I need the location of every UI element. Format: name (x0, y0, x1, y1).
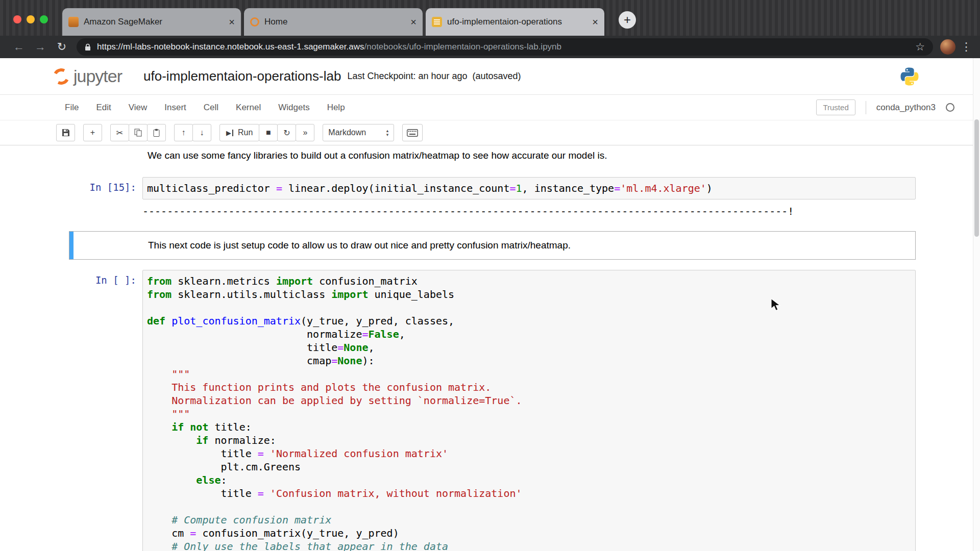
autosave-status: (autosaved) (473, 71, 521, 82)
run-icon: ▶ (226, 129, 231, 137)
interrupt-kernel-button[interactable]: ■ (259, 124, 278, 141)
move-cell-down-button[interactable]: ↓ (192, 124, 211, 141)
input-prompt: In [ ]: (69, 270, 142, 551)
close-tab-icon[interactable]: × (410, 17, 416, 27)
new-tab-button[interactable]: + (619, 11, 636, 29)
code-cell-pending: In [ ]: from sklearn.metrics import conf… (69, 270, 916, 551)
zoom-window-button[interactable] (40, 15, 48, 23)
notebook-menu-bar: File Edit View Insert Cell Kernel Widget… (0, 95, 973, 120)
browser-address-bar: ← → ↻ https://ml-labs-notebook-instance.… (0, 36, 980, 58)
forward-icon[interactable]: → (30, 40, 51, 54)
tab-amazon-sagemaker[interactable]: Amazon SageMaker × (62, 8, 241, 36)
profile-avatar[interactable] (940, 39, 955, 55)
jupyter-favicon-icon (250, 17, 259, 27)
trusted-badge[interactable]: Trusted (816, 99, 855, 115)
add-cell-button[interactable]: + (83, 124, 102, 141)
menu-edit[interactable]: Edit (87, 103, 119, 113)
cell-output-text: ----------------------------------------… (142, 205, 916, 218)
move-cell-up-button[interactable]: ↑ (174, 124, 193, 141)
jupyter-logo[interactable]: jupyter (53, 66, 122, 86)
kernel-name: conda_python3 (876, 103, 936, 113)
browser-tab-strip: Amazon SageMaker × Home × ufo-implementa… (0, 0, 980, 36)
markdown-cell-text: This next code is just setup code to all… (148, 232, 915, 259)
browser-window: Amazon SageMaker × Home × ufo-implementa… (0, 0, 980, 551)
markdown-cell-selected[interactable]: This next code is just setup code to all… (69, 231, 916, 260)
close-tab-icon[interactable]: × (592, 17, 598, 27)
tab-label: Home (264, 17, 405, 27)
copy-cell-button[interactable] (129, 124, 148, 141)
minimize-window-button[interactable] (27, 15, 35, 23)
menu-right-group: Trusted conda_python3 (816, 99, 954, 115)
input-prompt: In [15]: (69, 177, 142, 199)
tab-label: Amazon SageMaker (84, 17, 224, 27)
menu-kernel[interactable]: Kernel (227, 103, 270, 113)
command-palette-button[interactable] (402, 124, 423, 141)
menu-file[interactable]: File (56, 103, 87, 113)
jupyter-logo-icon (51, 66, 71, 86)
divider (866, 101, 866, 114)
checkpoint-status: Last Checkpoint: an hour ago (347, 71, 467, 82)
bookmark-star-icon[interactable]: ☆ (915, 41, 925, 53)
run-button[interactable]: ▶ Run (219, 124, 259, 141)
cell-type-select[interactable]: Markdown ▴▾ (323, 124, 394, 141)
reload-icon[interactable]: ↻ (51, 40, 72, 54)
url-input[interactable]: https://ml-labs-notebook-instance.notebo… (77, 38, 933, 56)
scrollbar-thumb[interactable] (974, 119, 979, 237)
menu-insert[interactable]: Insert (156, 103, 195, 113)
notebook-favicon-icon (432, 17, 442, 27)
macos-traffic-lights (13, 15, 48, 23)
menu-view[interactable]: View (120, 103, 156, 113)
page-scrollbar[interactable] (973, 58, 980, 551)
browser-tabs: Amazon SageMaker × Home × ufo-implementa… (62, 8, 604, 36)
keyboard-icon (407, 129, 418, 137)
menu-help[interactable]: Help (318, 103, 354, 113)
restart-run-all-button[interactable]: » (296, 124, 314, 141)
url-domain: https://ml-labs-notebook-instance.notebo… (97, 42, 364, 52)
tab-label: ufo-implementaion-operations (447, 17, 587, 27)
sagemaker-favicon-icon (68, 17, 79, 27)
url-path: /notebooks/ufo-implementaion-operations-… (364, 42, 562, 52)
run-label: Run (238, 128, 253, 137)
kernel-idle-indicator-icon (946, 103, 954, 112)
lock-icon (85, 43, 91, 51)
notebook-title[interactable]: ufo-implementaion-operations-lab (143, 68, 341, 84)
code-input-area[interactable]: from sklearn.metrics import confusion_ma… (142, 270, 916, 551)
save-button[interactable] (56, 124, 75, 141)
markdown-cell-rendered[interactable]: We can use some fancy libraries to build… (148, 149, 973, 162)
browser-menu-icon[interactable]: ⋮ (961, 40, 972, 54)
code-input-area[interactable]: multiclass_predictor = linear.deploy(ini… (142, 177, 916, 199)
code-cell-executed: In [15]: multiclass_predictor = linear.d… (69, 177, 916, 199)
notebook-content: We can use some fancy libraries to build… (0, 145, 973, 551)
output-prompt (69, 205, 142, 218)
tab-ufo-notebook-active[interactable]: ufo-implementaion-operations × (426, 8, 604, 36)
paste-icon (153, 129, 160, 137)
paste-cell-button[interactable] (147, 124, 166, 141)
save-icon (62, 129, 70, 137)
mouse-cursor (770, 298, 782, 311)
close-window-button[interactable] (13, 15, 21, 23)
select-caret-icon: ▴▾ (386, 129, 389, 137)
tab-home[interactable]: Home × (244, 8, 423, 36)
close-tab-icon[interactable]: × (229, 17, 235, 27)
copy-icon (134, 129, 142, 137)
notebook-toolbar: + ✂ ↑ ↓ ▶ Run ■ ↻ » Mark (0, 120, 973, 145)
jupyter-logo-text: jupyter (74, 66, 122, 86)
menu-cell[interactable]: Cell (195, 103, 227, 113)
back-icon[interactable]: ← (8, 40, 30, 54)
menu-widgets[interactable]: Widgets (270, 103, 318, 113)
cell-output-row: ----------------------------------------… (69, 205, 916, 218)
cell-type-value: Markdown (328, 128, 366, 137)
cut-cell-button[interactable]: ✂ (110, 124, 129, 141)
python-logo-icon (899, 66, 920, 87)
jupyter-header: jupyter ufo-implementaion-operations-lab… (0, 58, 973, 95)
selected-cell-bar (69, 232, 74, 259)
restart-kernel-button[interactable]: ↻ (277, 124, 296, 141)
